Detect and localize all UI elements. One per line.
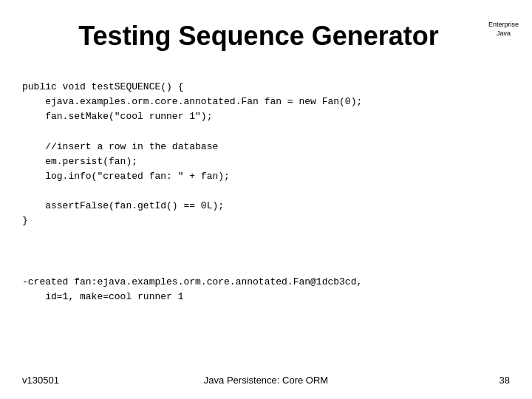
content-area: public void testSEQUENCE() { ejava.examp… (0, 52, 532, 327)
output-line-2: id=1, make=cool runner 1 (22, 291, 183, 302)
slide: Testing Sequence Generator Enterprise Ja… (0, 0, 532, 399)
java-label: Java (497, 30, 511, 37)
footer-page-number: 38 (499, 375, 510, 386)
output-line-1: -created fan:ejava.examples.orm.core.ann… (22, 276, 362, 287)
code-line-5: //insert a row in the database (22, 141, 218, 152)
footer-version: v130501 (22, 375, 59, 386)
code-block: public void testSEQUENCE() { ejava.examp… (22, 65, 510, 244)
header-area: Testing Sequence Generator Enterprise Ja… (0, 0, 532, 52)
footer: v130501 Java Persistence: Core ORM 38 (0, 375, 532, 386)
code-line-9: assertFalse(fan.getId() == 0L); (22, 200, 224, 211)
code-line-3: fan.setMake("cool runner 1"); (22, 111, 212, 122)
code-line-6: em.persist(fan); (22, 156, 137, 167)
enterprise-badge: Enterprise Java (488, 21, 519, 38)
output-block: -created fan:ejava.examples.orm.core.ann… (22, 260, 510, 320)
slide-title: Testing Sequence Generator (0, 21, 517, 52)
enterprise-label: Enterprise (488, 21, 519, 28)
code-line-7: log.info("created fan: " + fan); (22, 171, 230, 182)
code-line-10: } (22, 215, 28, 226)
footer-center-text: Java Persistence: Core ORM (204, 375, 328, 386)
code-line-1: public void testSEQUENCE() { (22, 81, 183, 92)
code-line-2: ejava.examples.orm.core.annotated.Fan fa… (22, 96, 362, 107)
